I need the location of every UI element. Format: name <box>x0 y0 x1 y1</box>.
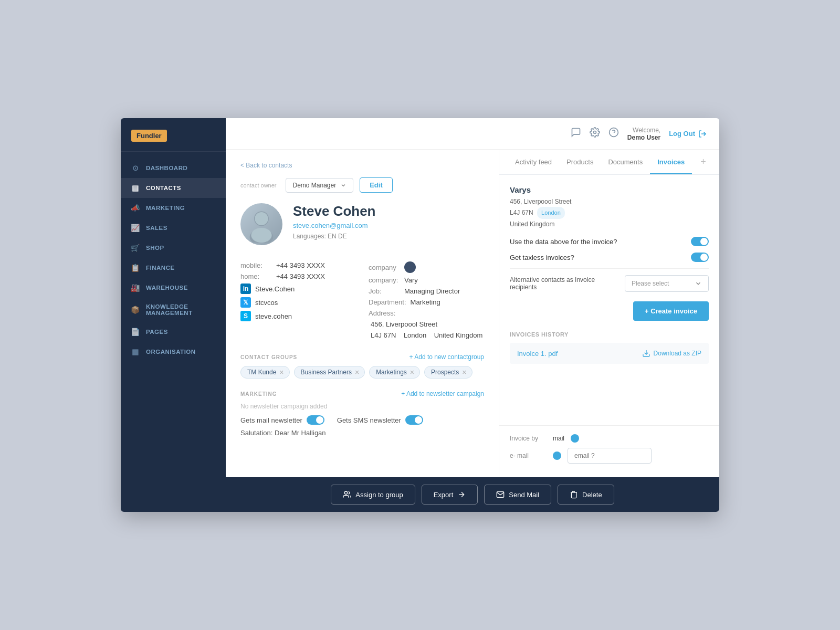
assign-to-group-button[interactable]: Assign to group <box>331 485 415 505</box>
assign-label: Assign to group <box>355 491 403 499</box>
export-button[interactable]: Export <box>422 485 478 505</box>
sidebar-label-organisation: ORGANISATION <box>146 349 196 355</box>
contact-info: Steve Cohen steve.cohen@gmail.com Langua… <box>293 203 376 240</box>
sidebar-item-dashboard[interactable]: ⊙DASHBOARD <box>121 158 226 178</box>
back-to-contacts-link[interactable]: < Back to contacts <box>240 162 292 169</box>
owner-value: Demo Manager <box>292 182 336 189</box>
invoice-by-value: mail <box>553 435 564 442</box>
invoice-toggle2[interactable] <box>691 253 709 262</box>
alt-contacts-select[interactable]: Please select <box>625 275 709 292</box>
warehouse-icon: 🏭 <box>131 284 140 292</box>
sidebar-item-sales[interactable]: 📈SALES <box>121 218 226 238</box>
dept-label: Department: <box>369 298 406 306</box>
contact-email[interactable]: steve.cohen@gmail.com <box>293 222 376 229</box>
contact-groups-section: CONTACT GROUPS + Add to new contactgroup… <box>240 353 484 379</box>
pages-icon: 📄 <box>131 328 140 336</box>
sidebar: Fundler ⊙DASHBOARD▤CONTACTS📣MARKETING📈SA… <box>121 118 226 512</box>
add-campaign-link[interactable]: + Add to newsletter campaign <box>401 390 484 397</box>
owner-select[interactable]: Demo Manager <box>286 178 353 193</box>
shop-icon: 🛒 <box>131 244 140 252</box>
delete-button[interactable]: Delete <box>558 485 614 505</box>
tab-activity[interactable]: Activity feed <box>508 150 559 174</box>
email-input[interactable] <box>568 448 652 464</box>
settings-icon[interactable] <box>590 127 600 140</box>
sidebar-item-organisation[interactable]: ▦ORGANISATION <box>121 342 226 362</box>
logout-button[interactable]: Log Out <box>669 130 707 138</box>
sidebar-item-contacts[interactable]: ▤CONTACTS <box>121 178 226 198</box>
twitter-row: 𝕏 stcvcos <box>240 296 356 309</box>
sidebar-item-marketing[interactable]: 📣MARKETING <box>121 198 226 218</box>
sms-newsletter-toggle[interactable] <box>405 415 423 425</box>
sidebar-label-shop: SHOP <box>146 245 164 251</box>
sidebar-item-warehouse[interactable]: 🏭WAREHOUSE <box>121 278 226 298</box>
download-zip-button[interactable]: Download as ZIP <box>642 349 701 358</box>
create-invoice-button[interactable]: + Create invoice <box>633 301 709 321</box>
welcome-text: Welcome, <box>627 127 660 134</box>
remove-tag-prospects[interactable]: × <box>462 369 466 376</box>
invoice-email-row: e- mail <box>510 448 709 464</box>
logo-area: Fundler <box>121 118 226 152</box>
job-label: Job: <box>369 287 400 295</box>
marketing-section-header: MARKETING + Add to newsletter campaign <box>240 390 484 397</box>
invoice-toggle-row-2: Get taxless invoices? <box>510 253 709 262</box>
address1-row: 456, Liverpoool Street <box>369 319 484 330</box>
content-area: < Back to contacts contact owner Demo Ma… <box>226 150 719 477</box>
mail-newsletter-item: Gets mail newsletter <box>240 415 324 425</box>
invoice-toggle-row-1: Use the data above for the invoice? <box>510 237 709 246</box>
mobile-value: +44 3493 XXXX <box>276 261 325 269</box>
svg-point-6 <box>255 212 268 225</box>
groups-section-header: CONTACT GROUPS + Add to new contactgroup <box>240 353 484 361</box>
contact-name: Steve Cohen <box>293 203 376 219</box>
remove-tag-marketings[interactable]: × <box>410 369 414 376</box>
sidebar-item-shop[interactable]: 🛒SHOP <box>121 238 226 258</box>
tab-add-button[interactable]: + <box>696 150 710 174</box>
chat-icon[interactable] <box>571 127 581 140</box>
avatar <box>240 203 282 245</box>
alt-contacts-row: Alternative contacts as Invoice recipien… <box>510 275 709 292</box>
email-label: e- mail <box>510 452 547 459</box>
sidebar-item-finance[interactable]: 📋FINANCE <box>121 258 226 278</box>
invoice-country: United Kingdom <box>510 219 709 229</box>
department-row: Department: Marketing <box>369 297 484 308</box>
linkedin-row: in Steve.Cohen <box>240 282 356 296</box>
invoice-toggle1[interactable] <box>691 237 709 246</box>
invoice-by-mail-row: Invoice by mail <box>510 434 709 443</box>
tab-invoices[interactable]: Invoices <box>650 150 692 174</box>
add-contactgroup-link[interactable]: + Add to new contactgroup <box>410 353 484 361</box>
sidebar-label-marketing: MARKETING <box>146 205 185 211</box>
action-bar: Assign to group Export Send Mail <box>226 477 719 512</box>
dept-value: Marketing <box>411 298 440 306</box>
sidebar-item-pages[interactable]: 📄PAGES <box>121 322 226 342</box>
logo: Fundler <box>131 130 167 142</box>
home-row: home: +44 3493 XXXX <box>240 271 356 282</box>
marketing-icon: 📣 <box>131 204 140 212</box>
tab-products[interactable]: Products <box>559 150 601 174</box>
organisation-icon: ▦ <box>131 348 140 356</box>
edit-button[interactable]: Edit <box>360 177 393 193</box>
invoice-address1: 456, Liverpoool Street <box>510 196 709 207</box>
alt-contacts-placeholder: Please select <box>632 280 669 287</box>
contact-languages: Languages: EN DE <box>293 233 376 240</box>
invoice-file-name[interactable]: Invoice 1. pdf <box>517 350 558 358</box>
dashboard-icon: ⊙ <box>131 164 140 172</box>
divider-1 <box>510 268 709 269</box>
tab-documents[interactable]: Documents <box>601 150 650 174</box>
sidebar-nav: ⊙DASHBOARD▤CONTACTS📣MARKETING📈SALES🛒SHOP… <box>121 152 226 512</box>
mail-newsletter-toggle[interactable] <box>307 415 324 425</box>
address2-row: L4J 67N London United Kingdom <box>369 330 484 341</box>
company-name-row: company: Vary <box>369 275 484 286</box>
remove-tag-business-partners[interactable]: × <box>355 369 359 376</box>
svg-point-7 <box>251 228 271 243</box>
sidebar-label-dashboard: DASHBOARD <box>146 165 187 171</box>
remove-tag-tm-kunde[interactable]: × <box>279 369 284 376</box>
sidebar-item-knowledge[interactable]: 📦KNOWLEDGE MANAGEMENT <box>121 298 226 322</box>
sidebar-label-warehouse: WAREHOUSE <box>146 285 188 291</box>
address-label: Address: <box>369 309 400 317</box>
email-indicator-dot <box>553 452 561 460</box>
sidebar-label-pages: PAGES <box>146 329 168 335</box>
help-icon[interactable] <box>608 127 619 140</box>
tag-prospects: Prospects × <box>424 366 472 379</box>
send-mail-button[interactable]: Send Mail <box>484 485 551 505</box>
company-dot <box>404 261 416 273</box>
sidebar-label-sales: SALES <box>146 225 167 231</box>
